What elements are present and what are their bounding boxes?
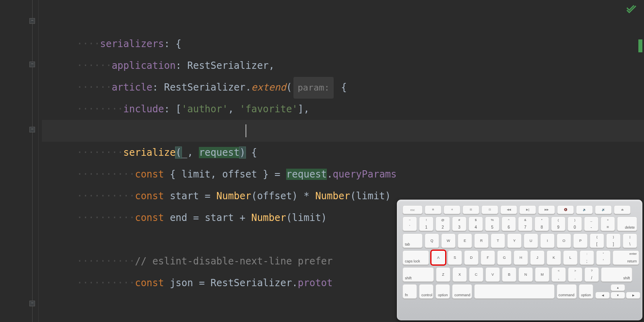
key-'[interactable]: "' — [596, 250, 611, 265]
key-b[interactable]: B — [502, 267, 516, 282]
key-option-left[interactable]: option — [436, 284, 450, 299]
key-5[interactable]: %5 — [485, 217, 500, 231]
key-=[interactable]: += — [601, 217, 615, 231]
key-fn-5[interactable]: ◀◀ — [500, 205, 517, 214]
key-fn-1[interactable]: ✻ — [425, 205, 442, 214]
key-return[interactable]: enterreturn — [613, 250, 639, 265]
key-p[interactable]: P — [573, 233, 588, 248]
key-fn-10[interactable]: 🔊 — [595, 205, 612, 214]
key-c[interactable]: C — [469, 267, 483, 282]
key-][interactable]: }] — [606, 233, 621, 248]
key-shift-right[interactable]: shift — [601, 267, 632, 282]
key-fn-4[interactable]: ⊟ — [481, 205, 498, 214]
key-arrow-right[interactable]: ▶ — [626, 292, 640, 299]
key-n[interactable]: N — [518, 267, 533, 282]
key-fn-0[interactable]: esc — [402, 205, 423, 214]
key-q[interactable]: Q — [425, 233, 439, 248]
key-control[interactable]: control — [419, 284, 433, 299]
key-a[interactable]: A — [431, 250, 446, 265]
key-command-left[interactable]: command — [452, 284, 472, 299]
key-fn-7[interactable]: ▶▶ — [538, 205, 555, 214]
key-fn-9[interactable]: 🔉 — [576, 205, 593, 214]
key-[[interactable]: {[ — [590, 233, 604, 248]
key-w[interactable]: W — [441, 233, 456, 248]
key-space[interactable] — [474, 284, 555, 299]
key-8[interactable]: *8 — [535, 217, 549, 231]
key-tab[interactable]: tab — [402, 233, 423, 248]
key-f[interactable]: F — [481, 250, 495, 265]
key-k[interactable]: K — [547, 250, 561, 265]
key-e[interactable]: E — [458, 233, 472, 248]
code-line[interactable]: ········include: ['author', 'favorite'], — [42, 76, 644, 98]
key-;[interactable]: :; — [580, 250, 594, 265]
key-shift-left[interactable]: shift — [402, 267, 434, 282]
key-4[interactable]: $4 — [469, 217, 483, 231]
key-v[interactable]: V — [485, 267, 500, 282]
code-line[interactable]: ······application: RestSerializer, — [42, 33, 644, 55]
key-9[interactable]: (9 — [551, 217, 566, 231]
key-x[interactable]: X — [452, 267, 467, 282]
key-arrow-down[interactable]: ▼ — [611, 292, 625, 299]
key-fn-11[interactable]: ⏏ — [614, 205, 631, 214]
key-fn-3[interactable]: ⊞ — [462, 205, 479, 214]
key-capslock[interactable]: caps lock — [402, 250, 429, 265]
key-s[interactable]: S — [448, 250, 462, 265]
code-line-active[interactable]: ········serialize(_, request) { — [42, 120, 644, 142]
key--[interactable]: _- — [584, 217, 599, 231]
key-0[interactable]: )0 — [568, 217, 582, 231]
code-line[interactable]: ····serializers: { — [42, 11, 644, 33]
scrollbar-marker[interactable] — [638, 39, 642, 52]
key-i[interactable]: I — [540, 233, 555, 248]
key-command-right[interactable]: command — [557, 284, 577, 299]
key-arrow-left[interactable]: ◀ — [595, 292, 610, 299]
key-1[interactable]: !1 — [419, 217, 433, 231]
key-o[interactable]: O — [557, 233, 571, 248]
key-fn[interactable]: fn — [402, 284, 417, 299]
key-l[interactable]: L — [563, 250, 578, 265]
code-line[interactable]: ······article: RestSerializer.extend(par… — [42, 55, 644, 76]
inspection-pass-icon[interactable] — [625, 4, 637, 18]
key-z[interactable]: Z — [436, 267, 450, 282]
fold-handle[interactable]: − — [29, 301, 35, 306]
key-g[interactable]: G — [497, 250, 512, 265]
key-y[interactable]: Y — [507, 233, 522, 248]
key-fn-6[interactable]: ▶|| — [519, 205, 536, 214]
key-t[interactable]: T — [491, 233, 505, 248]
fold-guide — [32, 0, 33, 322]
key-r[interactable]: R — [474, 233, 489, 248]
key-2[interactable]: @2 — [436, 217, 450, 231]
key-7[interactable]: &7 — [518, 217, 533, 231]
key-\[interactable]: |\ — [623, 233, 637, 248]
key-fn-8[interactable]: 🔇 — [557, 205, 574, 214]
fold-handle[interactable]: − — [29, 62, 35, 67]
key-,[interactable]: <, — [551, 267, 566, 282]
key-/[interactable]: ?/ — [584, 267, 599, 282]
key-6[interactable]: ^6 — [502, 217, 516, 231]
key-delete[interactable]: delete — [617, 217, 637, 231]
key-d[interactable]: D — [464, 250, 479, 265]
code-line[interactable]: ··········const start = Number(offset) *… — [42, 163, 644, 185]
key-fn-2[interactable]: ☀ — [444, 205, 460, 214]
key-j[interactable]: J — [530, 250, 545, 265]
fold-handle[interactable]: − — [29, 18, 35, 24]
fold-handle[interactable]: − — [29, 127, 35, 132]
code-line[interactable]: ··········const { limit, offset } = requ… — [42, 142, 644, 163]
gutter: − − − − — [0, 0, 39, 322]
virtual-keyboard: esc✻☀⊞⊟◀◀▶||▶▶🔇🔉🔊⏏ ~`!1@2#3$4%5^6&7*8(9)… — [397, 200, 642, 320]
key-m[interactable]: M — [535, 267, 549, 282]
key-u[interactable]: U — [524, 233, 538, 248]
text-caret — [246, 124, 246, 137]
key-arrow-up[interactable]: ▲ — [611, 284, 625, 291]
key-.[interactable]: >. — [568, 267, 582, 282]
key-option-right[interactable]: option — [579, 284, 593, 299]
code-line[interactable]: ········embed: true, — [42, 98, 644, 120]
key-`[interactable]: ~` — [402, 217, 417, 231]
key-h[interactable]: H — [514, 250, 528, 265]
key-3[interactable]: #3 — [452, 217, 466, 231]
